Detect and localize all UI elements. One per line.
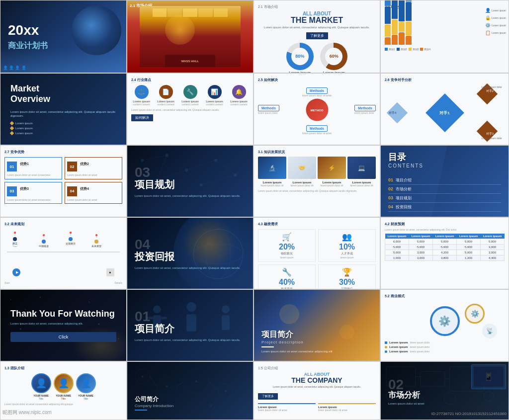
person-icon-biz: 📡 xyxy=(482,324,497,338)
contents-slide: 目录 CONTENTS 01项目介绍 02市场分析 03项目规划 04投资回报 xyxy=(380,145,509,217)
company-info-items: Lorem ipsum lorem ipsum dolor sit amet L… xyxy=(258,403,376,412)
section-label-r4c1: 3.2 未来规划 xyxy=(4,222,122,227)
photo-4: 💻 xyxy=(347,157,376,179)
pain-icon-4: 📊 Lorem ipsum content content xyxy=(204,85,225,106)
play-btn[interactable]: ▶ xyxy=(12,268,20,276)
section-label-r5c4: 5.2 商业模式 xyxy=(385,294,505,299)
contents-title: 目录 xyxy=(388,151,501,163)
col-header-3: Lorem ipsum xyxy=(433,234,457,239)
team-member-1: 👤 YOUR NAME Title xyxy=(31,373,51,400)
table-row: 6,0005,0005,0005,0005,000 xyxy=(385,239,505,244)
company-readmore-btn[interactable]: 了解更多 xyxy=(258,393,278,400)
proj-desc-label: 项目简介 xyxy=(261,330,372,340)
pain-icon-1: ⚖️ Lorem ipsum content content xyxy=(131,85,152,106)
svg-point-43 xyxy=(195,380,197,382)
gears-diagram: ⚙️ ⚙️ 📡 xyxy=(385,301,505,341)
section-header: 2.1 市场介绍 xyxy=(258,4,376,9)
pain-icon-5: 🔔 Lorem ipsum content content xyxy=(229,85,249,106)
pain-desc: Lorem ipsum dolor sit amet, consectetur … xyxy=(131,108,249,112)
diamond-br-label: 对手3 xyxy=(486,132,494,136)
photo-1: 🔬 xyxy=(258,157,286,179)
market-subtitle: Lorem ipsum dolor sit amet xyxy=(388,402,501,405)
diamond-tr-label: 对手2 xyxy=(486,89,494,93)
financing-slide: 4.3 融资需求 🛒 20% 物联数实 lorem ipsum 👥 10% 人才… xyxy=(254,217,380,289)
forecast-table: Lorem ipsum Lorem ipsum Lorem ipsum Lore… xyxy=(385,234,505,261)
pain-icon-3: 🔧 Lorem ipsum content content xyxy=(180,85,200,106)
slide-main-title2: THE MARKET xyxy=(258,16,376,24)
large-gear: ⚙️ xyxy=(430,306,460,336)
market-title: 市场分析 xyxy=(388,390,501,401)
method-right: Methods lorem ipsum dolor xyxy=(354,102,376,114)
click-button[interactable]: Click xyxy=(10,332,116,342)
company-sublabel: Company Introduction xyxy=(135,404,246,408)
advantage-03: 03 优势3 Lorem ipsum dolor sit amet consec… xyxy=(4,182,62,204)
comp-text-2: Lorem ipsum dolor xyxy=(482,137,502,140)
svg-line-38 xyxy=(150,376,157,386)
icon-labels: 👤Lorem ipsum 🔒Lorem ipsum ⚙️Lorem ipsum … xyxy=(485,8,506,35)
tl-item-2: 📍 中期推进 xyxy=(39,234,49,248)
method-top: Methods lorem ipsum dolor sit amet xyxy=(258,85,376,97)
market-overview-slide: Market Overview Lorem ipsum dolor sit am… xyxy=(0,73,127,145)
info-item-2: Lorem ipsum lorem ipsum dolor sit amet xyxy=(318,403,376,412)
tl-item-1: 📍 开工 Start xyxy=(12,232,17,248)
svg-line-7 xyxy=(142,156,167,161)
small-gear: ⚙️ xyxy=(465,304,485,324)
advantages-slide: 2.7 竞争优势 01 优势1 Lorem ipsum dolor sit am… xyxy=(0,145,127,217)
company-section-header: 1.5 公司介绍 xyxy=(258,366,376,371)
chart-legend: 类别1 类别2 类别3 类别4 xyxy=(385,48,505,51)
section-label-r3c1: 2.7 竞争优势 xyxy=(4,150,122,155)
invest-desc: Lorem ipsum dolor sit amet, consectetur … xyxy=(135,266,246,270)
thankyou-title: Thank You For Watching xyxy=(10,309,116,320)
main-grid: 20xx 商业计划书 👤 👤 👤 👤 2.1 市场介绍 xyxy=(0,0,509,420)
section-title-r3c2: 项目规划 xyxy=(135,178,246,191)
company-bg xyxy=(127,362,253,420)
method-left: Methods lorem ipsum dolor xyxy=(258,102,279,114)
thankyou-desc: Lorem ipsum dolor sit amet, consectetur … xyxy=(10,322,116,326)
svg-point-44 xyxy=(225,390,227,392)
how-to-solve-btn[interactable]: 如何解决 xyxy=(131,114,153,121)
svg-point-0 xyxy=(141,159,144,162)
svg-point-42 xyxy=(166,385,168,387)
center-label: 对手1 xyxy=(439,110,449,115)
overview-title2: Overview xyxy=(10,94,116,105)
read-more-btn[interactable]: 了解更多 xyxy=(306,32,328,39)
photo-3: ⚡ xyxy=(318,157,346,179)
bokeh-1 xyxy=(279,304,299,324)
knowledge-slide: 3.1 知识发展状况 🔬 🤝 ⚡ 💻 Lorem ipsumlorem ipsu… xyxy=(254,145,380,217)
watermark-id: ID:27738721 NO:20191013152112451000 xyxy=(431,412,507,416)
section-desc-r3c2: Lorem ipsum dolor sit amet, consectetur … xyxy=(135,194,246,198)
market-intro-image: 2.1 市场介绍 MASS HALL xyxy=(127,0,254,73)
stats-grid: 🛒 20% 物联数实 lorem ipsum 👥 10% 人才养成 lorem … xyxy=(258,229,376,289)
method-center-circle: METHOD xyxy=(306,99,328,121)
overview-items: Lorem ipsum Lorem ipsum Lorem ipsum xyxy=(10,122,116,135)
svg-point-18 xyxy=(40,297,41,298)
comp-text-1: Lorem ipsum dolor xyxy=(482,85,502,88)
advantage-04: 04 优势4 Lorem ipsum dolor sit amet xyxy=(65,182,122,204)
overview-desc: Lorem ipsum dolor sit amet, consectetur … xyxy=(10,110,116,118)
donut-chart-1: 80% Lorem ipsum lorem ipsum dolor sit am… xyxy=(285,43,315,73)
stat-shopping: 🛒 20% 物联数实 lorem ipsum xyxy=(258,229,316,262)
contents-list: 01项目介绍 02市场分析 03项目规划 04投资回报 xyxy=(388,176,501,212)
proj-desc-sublabel: Project description xyxy=(261,340,372,344)
charts-row: 80% Lorem ipsum lorem ipsum dolor sit am… xyxy=(258,43,376,73)
financial-forecast-slide: 4.2 财政预测 Lorem ipsum dolor sit amet, con… xyxy=(380,217,509,289)
details-btn[interactable]: ■ xyxy=(106,268,114,276)
svg-point-20 xyxy=(88,302,89,303)
invest-title: 投资回报 xyxy=(135,250,246,263)
section-label-r3c3: 3.1 知识发展状况 xyxy=(258,150,376,155)
building-background: 2.1 市场介绍 MASS HALL xyxy=(127,0,253,73)
contents-item-4: 04投资回报 xyxy=(388,203,501,212)
table-row: 5,0005,0005,0005,0003,000 xyxy=(385,244,505,250)
contents-item-2: 02市场分析 xyxy=(388,185,501,194)
team-member-3: 👤 YOUR NAME Title xyxy=(76,373,96,400)
contents-item-1: 01项目介绍 xyxy=(388,176,501,185)
col-header-1: Lorem ipsum xyxy=(385,234,409,239)
svg-point-22 xyxy=(20,328,21,330)
diamond-l-label: 对手4 xyxy=(389,110,396,115)
contents-item-3: 03项目规划 xyxy=(388,194,501,203)
svg-line-40 xyxy=(208,381,218,391)
pain-icon-2: 📄 Lorem ipsum content content xyxy=(156,85,176,106)
proj-desc: Lorem ipsum dolor sit amet, consectetur … xyxy=(135,338,246,342)
photos-row: 🔬 🤝 ⚡ 💻 xyxy=(258,157,376,179)
advantage-02: 02 优势2 Lorem ipsum dolor sit amet xyxy=(65,157,122,179)
